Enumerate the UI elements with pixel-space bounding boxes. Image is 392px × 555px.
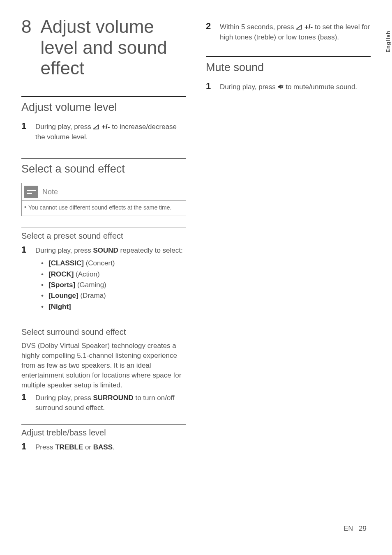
step-number: 1 (21, 442, 30, 452)
paragraph: DVS (Dolby Virtual Speaker) technology c… (21, 341, 186, 391)
step-number: 1 (21, 245, 30, 256)
footer-language: EN (344, 525, 353, 532)
chapter-title: Adjust volume level and sound effect (40, 16, 186, 79)
chapter-number: 8 (21, 16, 31, 79)
button-label: TREBLE (55, 443, 83, 451)
step: 1 During play, press SOUND repeatedly to… (21, 245, 186, 256)
step-text: During play, press +/- to increase/decre… (35, 121, 186, 142)
page-footer: EN 29 (344, 525, 367, 533)
text: to mute/unmute sound. (284, 83, 357, 91)
note-body: You cannot use different sound effects a… (22, 200, 186, 216)
volume-icon (93, 122, 99, 132)
button-label: +/- (99, 123, 110, 131)
preset-key: [CLASSIC] (48, 259, 84, 267)
list-item: [Night] (39, 302, 186, 312)
list-item: [ROCK] (Action) (39, 269, 186, 280)
preset-key: [Lounge] (48, 292, 78, 299)
note-box: Note You cannot use different sound effe… (21, 183, 186, 216)
text: repeatedly to select: (118, 246, 183, 254)
step: 2 Within 5 seconds, press +/- to set the… (206, 21, 371, 42)
step-number: 1 (21, 121, 30, 142)
section-sound-effect: Select a sound effect (21, 158, 186, 175)
section-adjust-volume: Adjust volume level (21, 96, 186, 114)
text: . (113, 443, 115, 451)
preset-desc: (Gaming) (75, 281, 106, 289)
button-label: SOUND (93, 246, 118, 254)
language-tab: English (385, 29, 392, 54)
list-item: [Sports] (Gaming) (39, 280, 186, 290)
note-label: Note (42, 188, 58, 196)
button-label: BASS (93, 443, 113, 451)
preset-key: [Sports] (48, 281, 75, 289)
preset-key: [Night] (48, 303, 71, 311)
footer-page-number: 29 (359, 525, 367, 533)
text: During play, press (35, 394, 93, 402)
note-icon (24, 186, 38, 198)
step: 1 During play, press to mute/unmute soun… (206, 81, 371, 92)
step-text: Within 5 seconds, press +/- to set the l… (220, 21, 371, 42)
step-text: During play, press SURROUND to turn on/o… (35, 392, 186, 413)
mute-icon (277, 83, 284, 92)
text: Within 5 seconds, press (220, 23, 296, 31)
preset-key: [ROCK] (48, 270, 74, 278)
text: or (83, 443, 93, 451)
step: 1 Press TREBLE or BASS. (21, 442, 186, 452)
list-item: [CLASSIC] (Concert) (39, 258, 186, 269)
subsection-surround: Select surround sound effect (21, 324, 186, 337)
button-label: +/- (302, 23, 313, 31)
right-column: 2 Within 5 seconds, press +/- to set the… (206, 16, 371, 455)
section-mute: Mute sound (206, 56, 371, 74)
preset-list: [CLASSIC] (Concert) [ROCK] (Action) [Spo… (21, 258, 186, 312)
left-column: 8 Adjust volume level and sound effect A… (21, 16, 186, 455)
step-number: 1 (21, 392, 30, 413)
subsection-preset: Select a preset sound effect (21, 228, 186, 241)
step-text: During play, press SOUND repeatedly to s… (35, 245, 186, 256)
step-number: 1 (206, 81, 214, 92)
note-head: Note (22, 183, 186, 200)
text: Press (35, 443, 55, 451)
button-label: SURROUND (93, 394, 133, 402)
volume-icon (296, 23, 302, 32)
text: During play, press (35, 246, 93, 254)
text: During play, press (35, 123, 93, 131)
step: 1 During play, press +/- to increase/dec… (21, 121, 186, 142)
step-text: Press TREBLE or BASS. (35, 442, 186, 452)
page-content: 8 Adjust volume level and sound effect A… (21, 16, 371, 455)
preset-desc: (Drama) (78, 292, 106, 299)
text: During play, press (220, 83, 277, 91)
list-item: [Lounge] (Drama) (39, 290, 186, 301)
subsection-treble-bass: Adjust treble/bass level (21, 424, 186, 438)
step-text: During play, press to mute/unmute sound. (220, 81, 371, 92)
preset-desc: (Action) (74, 270, 99, 278)
preset-desc: (Concert) (84, 259, 115, 267)
step-number: 2 (206, 21, 214, 42)
chapter-heading: 8 Adjust volume level and sound effect (21, 16, 186, 79)
step: 1 During play, press SURROUND to turn on… (21, 392, 186, 413)
